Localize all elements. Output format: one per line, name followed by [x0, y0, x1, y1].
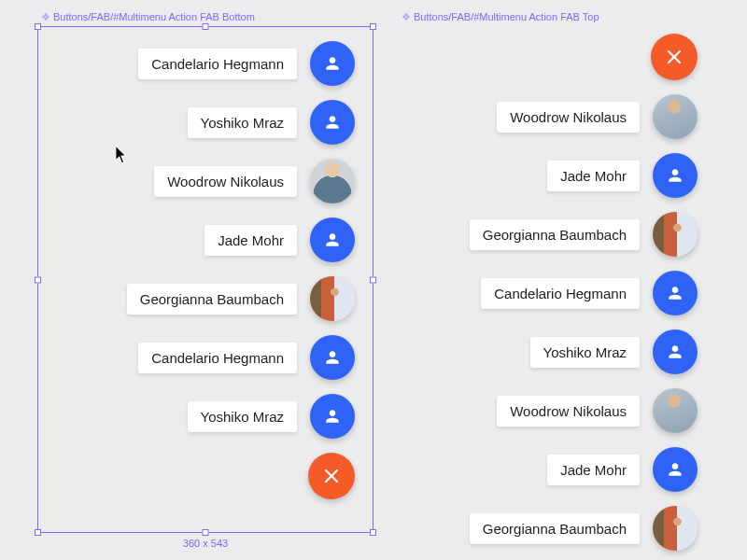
- fab-action-button[interactable]: [310, 217, 355, 262]
- fab-menu-item: Jade Mohr: [204, 217, 355, 262]
- resize-handle[interactable]: [203, 23, 209, 30]
- avatar-image: [653, 388, 698, 433]
- fab-action-button[interactable]: [653, 447, 698, 492]
- fab-item-label: Yoshiko Mraz: [530, 337, 641, 368]
- fab-menu-item: Jade Mohr: [547, 447, 698, 492]
- fab-item-label: Woodrow Nikolaus: [497, 102, 640, 133]
- person-icon: [323, 231, 342, 249]
- fab-menu-item: Jade Mohr: [547, 153, 698, 198]
- avatar-image: [310, 159, 355, 203]
- fab-action-button[interactable]: [310, 41, 355, 86]
- resize-handle[interactable]: [35, 23, 41, 30]
- fab-avatar-button[interactable]: [310, 159, 355, 203]
- fab-item-label: Georgianna Baumbach: [127, 284, 297, 315]
- fab-action-button[interactable]: [310, 100, 355, 145]
- fab-item-label: Yoshiko Mraz: [188, 401, 298, 432]
- fab-item-label: Jade Mohr: [204, 225, 297, 256]
- fab-item-label-text: Georgianna Baumbach: [483, 227, 627, 243]
- avatar-image: [653, 94, 698, 139]
- selection-dimensions: 360 x 543: [183, 538, 228, 549]
- person-icon: [323, 407, 342, 426]
- artboard-label-left[interactable]: ❖Buttons/FAB/#Multimenu Action FAB Botto…: [41, 11, 255, 23]
- fab-menu-item: Georgianna Baumbach: [470, 506, 698, 551]
- fab-item-label: Yoshiko Mraz: [188, 107, 298, 138]
- fab-menu-bottom: Candelario HegmannYoshiko MrazWoodrow Ni…: [37, 41, 355, 513]
- fab-menu-item: Yoshiko Mraz: [188, 100, 356, 145]
- fab-avatar-button[interactable]: [653, 388, 698, 433]
- fab-item-label: Woodrow Nikolaus: [154, 166, 297, 197]
- resize-handle[interactable]: [203, 529, 209, 536]
- fab-item-label-text: Jade Mohr: [218, 232, 284, 248]
- component-icon: ❖: [402, 11, 411, 22]
- close-icon: [323, 468, 340, 484]
- fab-close-row: [651, 34, 698, 80]
- person-icon: [666, 460, 684, 479]
- fab-item-label: Jade Mohr: [547, 161, 640, 191]
- fab-avatar-button[interactable]: [310, 276, 355, 321]
- avatar-image: [653, 212, 698, 257]
- fab-avatar-button[interactable]: [653, 506, 698, 551]
- resize-handle[interactable]: [370, 276, 376, 283]
- fab-action-button[interactable]: [653, 329, 698, 374]
- artboard-label-left-text: Buttons/FAB/#Multimenu Action FAB Bottom: [53, 11, 255, 22]
- fab-item-label: Woodrow Nikolaus: [497, 396, 640, 427]
- fab-item-label-text: Woodrow Nikolaus: [510, 109, 627, 125]
- person-icon: [666, 166, 684, 185]
- fab-item-label-text: Jade Mohr: [560, 168, 627, 184]
- fab-item-label-text: Candelario Hegmann: [151, 350, 284, 366]
- fab-avatar-button[interactable]: [653, 212, 698, 257]
- resize-handle[interactable]: [370, 23, 376, 30]
- fab-menu-item: Candelario Hegmann: [138, 335, 355, 380]
- fab-item-label-text: Candelario Hegmann: [151, 56, 284, 72]
- fab-close-button[interactable]: [651, 34, 698, 80]
- fab-item-label: Jade Mohr: [547, 455, 640, 485]
- fab-item-label: Candelario Hegmann: [138, 49, 297, 79]
- fab-item-label-text: Yoshiko Mraz: [543, 344, 627, 360]
- fab-item-label: Candelario Hegmann: [138, 343, 297, 373]
- artboard-label-right[interactable]: ❖Buttons/FAB/#Multimenu Action FAB Top: [402, 11, 599, 23]
- fab-item-label-text: Woodrow Nikolaus: [510, 403, 627, 419]
- fab-item-label: Georgianna Baumbach: [470, 513, 640, 544]
- component-icon: ❖: [41, 11, 50, 22]
- fab-menu-item: Yoshiko Mraz: [530, 329, 698, 374]
- fab-action-button[interactable]: [653, 153, 698, 198]
- fab-item-label-text: Candelario Hegmann: [494, 286, 627, 301]
- person-icon: [666, 284, 684, 302]
- fab-menu-item: Candelario Hegmann: [481, 271, 698, 315]
- fab-item-label-text: Jade Mohr: [560, 462, 627, 478]
- fab-item-label-text: Georgianna Baumbach: [140, 291, 284, 307]
- close-icon: [666, 49, 683, 65]
- fab-action-button[interactable]: [653, 271, 698, 315]
- resize-handle[interactable]: [35, 529, 41, 536]
- fab-menu-item: Woodrow Nikolaus: [497, 388, 698, 433]
- fab-avatar-button[interactable]: [653, 94, 698, 139]
- fab-item-label: Candelario Hegmann: [481, 278, 640, 309]
- person-icon: [323, 113, 342, 132]
- fab-action-button[interactable]: [310, 394, 355, 439]
- person-icon: [323, 54, 342, 73]
- fab-menu-top: Woodrow NikolausJade MohrGeorgianna Baum…: [470, 34, 698, 560]
- fab-item-label-text: Woodrow Nikolaus: [167, 174, 284, 189]
- fab-menu-item: Yoshiko Mraz: [188, 394, 356, 439]
- fab-action-button[interactable]: [310, 335, 355, 380]
- fab-menu-item: Georgianna Baumbach: [470, 212, 698, 257]
- resize-handle[interactable]: [370, 529, 376, 536]
- fab-menu-item: Woodrow Nikolaus: [154, 159, 355, 203]
- avatar-image: [653, 506, 698, 551]
- fab-close-row: [308, 453, 355, 499]
- fab-item-label-text: Yoshiko Mraz: [201, 409, 285, 425]
- fab-menu-item: Georgianna Baumbach: [127, 276, 355, 321]
- fab-menu-item: Woodrow Nikolaus: [497, 94, 698, 139]
- person-icon: [323, 348, 342, 367]
- avatar-image: [310, 276, 355, 321]
- artboard-label-right-text: Buttons/FAB/#Multimenu Action FAB Top: [414, 11, 599, 22]
- fab-item-label-text: Georgianna Baumbach: [483, 521, 627, 537]
- fab-item-label: Georgianna Baumbach: [470, 219, 640, 250]
- fab-menu-item: Candelario Hegmann: [138, 41, 355, 86]
- person-icon: [666, 343, 684, 361]
- fab-close-button[interactable]: [308, 453, 355, 499]
- fab-item-label-text: Yoshiko Mraz: [201, 115, 285, 131]
